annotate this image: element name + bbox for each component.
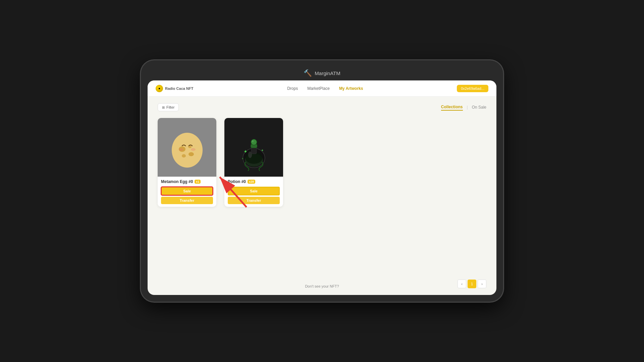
svg-point-6 <box>179 148 183 151</box>
nav-marketplace[interactable]: MarketPlace <box>307 86 330 91</box>
view-tabs: Collections | On Sale <box>441 104 486 111</box>
sale-button-metamon[interactable]: Sale <box>161 187 213 195</box>
next-page-button[interactable]: › <box>478 280 486 288</box>
transfer-button-metamon[interactable]: Transfer <box>161 197 213 204</box>
brand-logo[interactable]: ● Radio Caca NFT <box>156 85 193 92</box>
nft-info-potion: Potion #0 x28 Sale Transfer <box>224 177 283 207</box>
nft-buttons-metamon: Sale Transfer <box>161 187 213 204</box>
nft-count-metamon: x1 <box>195 180 201 184</box>
main-content: ⊞ Filter Collections | On Sale <box>148 97 496 295</box>
brand-logo-icon: ● <box>156 85 163 92</box>
brand-name: Radio Caca NFT <box>165 86 193 90</box>
svg-text:✦: ✦ <box>244 149 248 154</box>
svg-point-7 <box>191 148 196 151</box>
nft-card-potion: ✦ ✦ ✦ Potion #0 x28 <box>224 118 283 207</box>
nft-card-metamon-egg: Metamon Egg #0 x1 Sale Transfer <box>158 118 216 207</box>
nav-links: Drops MarketPlace My Artworks <box>287 86 363 91</box>
tab-on-sale[interactable]: On Sale <box>472 104 486 110</box>
svg-text:✦: ✦ <box>241 157 244 160</box>
navigation: ● Radio Caca NFT Drops MarketPlace My Ar… <box>148 80 496 97</box>
svg-point-3 <box>189 152 194 156</box>
sale-button-potion[interactable]: Sale <box>228 187 280 195</box>
wallet-button[interactable]: 0x2e69a6ad... <box>457 85 488 92</box>
nft-count-potion: x28 <box>248 180 255 184</box>
nft-name-metamon: Metamon Egg #0 x1 <box>161 179 213 184</box>
tab-separator: | <box>467 105 468 110</box>
filter-button[interactable]: ⊞ Filter <box>158 103 179 111</box>
nft-image-metamon <box>158 118 216 177</box>
svg-point-4 <box>182 154 186 158</box>
svg-point-16 <box>252 140 254 142</box>
nft-image-potion: ✦ ✦ ✦ <box>224 118 283 177</box>
nav-my-artworks[interactable]: My Artworks <box>339 86 363 91</box>
nft-grid: Metamon Egg #0 x1 Sale Transfer <box>158 118 486 207</box>
pagination: ‹ 1 › <box>458 280 486 288</box>
tab-collections[interactable]: Collections <box>441 104 463 111</box>
nft-buttons-potion: Sale Transfer <box>228 187 280 204</box>
app-container: ● Radio Caca NFT Drops MarketPlace My Ar… <box>148 80 496 295</box>
nft-name-potion: Potion #0 x28 <box>228 179 280 184</box>
nft-info-metamon: Metamon Egg #0 x1 Sale Transfer <box>158 177 216 207</box>
filter-icon: ⊞ <box>162 106 165 109</box>
transfer-button-potion[interactable]: Transfer <box>228 197 280 204</box>
app-logo-icon: 🔨 <box>304 69 312 77</box>
filter-label: Filter <box>166 105 174 109</box>
nav-drops[interactable]: Drops <box>287 86 298 91</box>
svg-point-15 <box>251 139 257 145</box>
top-bar: ⊞ Filter Collections | On Sale <box>158 103 486 111</box>
svg-point-1 <box>172 133 203 168</box>
footer-text: Don't see your NFT? <box>305 284 339 288</box>
prev-page-button[interactable]: ‹ <box>458 280 466 288</box>
svg-text:✦: ✦ <box>261 148 264 152</box>
app-title: MarginATM <box>315 70 340 76</box>
current-page-button[interactable]: 1 <box>468 280 476 288</box>
